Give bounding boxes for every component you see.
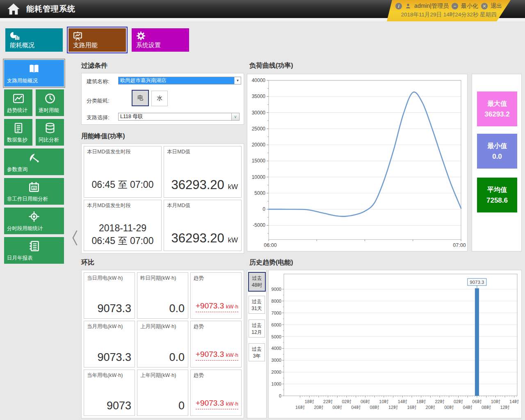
user-name: admin|管理员 <box>414 2 449 10</box>
user-badge: i admin|管理员 − 最小化 ✕ 退出 2018年11月29日 14时24… <box>387 0 511 21</box>
card-label: 当月用电(kW·h) <box>87 323 123 330</box>
svg-text:10时: 10时 <box>379 399 388 404</box>
branch-select[interactable]: L118 母联 ∨ <box>118 113 240 121</box>
card-label: 上月同期(kW·h) <box>140 323 176 330</box>
min-value-box: 最小值 0.0 <box>477 134 517 169</box>
stats-panel: 最大值 36293.2 最小值 0.0 平均值 7258.6 <box>472 74 522 251</box>
tab-branch-energy[interactable]: 支路用能 <box>68 28 126 52</box>
home-icon[interactable] <box>6 1 21 17</box>
svg-text:12: 12 <box>32 187 36 189</box>
svg-text:06时: 06时 <box>361 399 370 404</box>
clock-icon <box>36 92 64 105</box>
sidebar-item-label: 日月年报表 <box>7 255 33 262</box>
sidebar-item-parameter-query[interactable]: 参数查询 <box>4 148 64 175</box>
svg-text:16时: 16时 <box>295 405 305 410</box>
lastmonth-usage-value: 0.0 <box>169 351 185 364</box>
tab-label: 支路用能 <box>73 41 98 49</box>
svg-text:35000: 35000 <box>252 94 266 99</box>
svg-text:06:00: 06:00 <box>264 242 276 248</box>
energy-management-app: 能耗管理系统 i admin|管理员 − 最小化 ✕ 退出 2018年11月29… <box>0 0 525 420</box>
sidebar-item-yoy-analysis[interactable]: 同比分析 <box>36 119 64 146</box>
sidebar-item-label: 同比分析 <box>39 137 59 144</box>
logout-label[interactable]: 退出 <box>491 2 502 10</box>
sidebar-item-time-period-stats[interactable]: 分时段用能统计 <box>4 208 64 234</box>
range-48h-button[interactable]: 过去 48时 <box>248 272 266 292</box>
range-12m-button[interactable]: 过去 12月 <box>249 320 265 338</box>
ring-section-title: 环比 <box>81 258 94 267</box>
sidebar-item-nonworkday-analysis[interactable]: 12 非工作日用能分析 <box>4 178 64 205</box>
range-31d-button[interactable]: 过去 31天 <box>249 296 265 314</box>
svg-text:40000: 40000 <box>252 78 266 83</box>
month-trend-card: 趋势 +9073.3 kW·h <box>190 321 242 367</box>
month-usage-value: 9073.3 <box>97 351 131 364</box>
load-curve-chart: -500005000100001500020000250003000035000… <box>247 74 467 251</box>
sidebar-item-hourly-energy[interactable]: 逐时用能 <box>36 89 64 116</box>
card-label: 趋势 <box>194 323 204 330</box>
yesterday-usage-value: 0.0 <box>169 302 185 315</box>
report-icon <box>4 240 64 252</box>
category-electric-button[interactable]: 电 <box>132 90 149 106</box>
min-value: 0.0 <box>477 153 517 161</box>
max-value-label: 最大值 <box>477 100 517 108</box>
history-range-panel: 过去 48时 过去 31天 过去 12月 过去 3年 <box>247 270 267 418</box>
svg-text:04时: 04时 <box>351 405 361 410</box>
category-label: 分类能耗: <box>87 97 110 105</box>
close-icon[interactable]: ✕ <box>481 3 488 9</box>
tab-energy-overview[interactable]: 能耗概况 <box>5 28 63 52</box>
user-icon <box>405 3 411 9</box>
svg-text:7000: 7000 <box>272 310 281 315</box>
sidebar-item-trend-stats[interactable]: 趋势统计 <box>4 89 32 116</box>
minimize-icon[interactable]: − <box>452 3 458 9</box>
peak-panel: 本日MD值发生时段 06:45 至 07:00 本日MD值 36293.20 k… <box>81 144 244 253</box>
range-label: 48时 <box>252 282 262 288</box>
category-water-label: 水 <box>157 95 162 102</box>
svg-text:0: 0 <box>279 393 281 398</box>
svg-text:6000: 6000 <box>272 322 281 327</box>
day-trend-value: +9073.3 <box>196 301 224 310</box>
min-value-label: 最小值 <box>477 142 517 151</box>
app-title: 能耗管理系统 <box>26 0 75 18</box>
sidebar-item-reports[interactable]: 日月年报表 <box>4 237 64 264</box>
dropdown-arrow-icon[interactable]: ▼ <box>234 77 241 84</box>
max-value: 36293.2 <box>477 110 517 119</box>
card-label: 当日用电(kW·h) <box>87 275 123 282</box>
svg-text:9073.3: 9073.3 <box>470 280 484 285</box>
history-section-title: 历史趋势(电能) <box>249 258 293 267</box>
category-water-button[interactable]: 水 <box>151 91 168 106</box>
branch-label: 支路选择: <box>87 114 110 121</box>
category-electric-label: 电 <box>137 94 143 102</box>
svg-text:08时: 08时 <box>370 405 379 410</box>
avg-value-label: 平均值 <box>477 186 517 194</box>
info-icon[interactable]: i <box>395 3 402 9</box>
range-label: 过去 <box>252 322 262 328</box>
trend-chart-icon <box>4 92 32 105</box>
yesterday-usage-card: 昨日同期(kW·h) 0.0 <box>137 272 188 319</box>
satellite-dish-icon <box>4 151 64 164</box>
lastyear-usage-card: 上年同期(kW·h) 0 <box>137 370 188 416</box>
md-month-value-card: 本月MD值 36293.20 kW <box>164 200 242 251</box>
datetime: 2018年11月29日 14时24分32秒 星期四 <box>387 11 511 18</box>
svg-text:25000: 25000 <box>252 126 266 132</box>
sidebar-collapse-arrow[interactable] <box>71 228 80 248</box>
range-3y-button[interactable]: 过去 3年 <box>249 343 265 361</box>
card-label: 当年用电(kW·h) <box>87 372 123 379</box>
svg-text:5000: 5000 <box>254 190 265 196</box>
tab-system-settings[interactable]: 系统设置 <box>132 28 189 52</box>
minimize-label[interactable]: 最小化 <box>461 2 478 10</box>
building-select[interactable]: 欧尚超市嘉兴南湖店 ▼ <box>118 77 241 84</box>
chevron-down-icon[interactable]: ∨ <box>231 113 239 120</box>
sidebar-item-label: 参数查询 <box>7 166 27 173</box>
main-tabs: 能耗概况 支路用能 系统设置 <box>5 28 189 52</box>
svg-text:8000: 8000 <box>272 299 281 304</box>
building-selected-value: 欧尚超市嘉兴南湖店 <box>119 77 234 84</box>
svg-text:3000: 3000 <box>272 358 281 363</box>
svg-text:00时: 00时 <box>444 405 454 410</box>
peak-section-title: 用能峰值(功率) <box>81 132 125 141</box>
md-today-unit: kW <box>228 183 238 191</box>
svg-text:18时: 18时 <box>416 399 426 404</box>
sidebar-item-branch-overview[interactable]: 支路用能概况 <box>4 60 64 87</box>
sidebar-item-data-collection[interactable]: 数据集抄 <box>4 119 32 146</box>
svg-text:20时: 20时 <box>426 405 435 410</box>
presentation-chart-icon <box>73 31 83 41</box>
database-icon <box>36 122 64 134</box>
